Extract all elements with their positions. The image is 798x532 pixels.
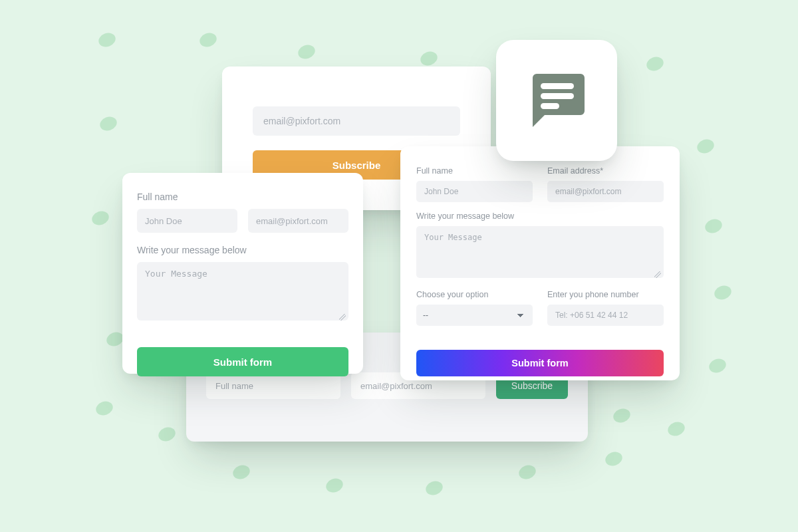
message-textarea[interactable] bbox=[416, 226, 664, 278]
contact-form-left: Full name Write your message below Submi… bbox=[122, 173, 363, 374]
message-label: Write your message below bbox=[137, 245, 348, 255]
svg-rect-1 bbox=[541, 93, 574, 99]
message-label: Write your message below bbox=[416, 211, 664, 221]
email-input[interactable] bbox=[253, 106, 460, 136]
message-textarea[interactable] bbox=[137, 262, 348, 321]
svg-rect-2 bbox=[541, 103, 559, 109]
chat-icon-tile bbox=[496, 40, 617, 161]
phone-label: Enter you phone number bbox=[547, 290, 664, 299]
fullname-input[interactable] bbox=[206, 372, 340, 399]
option-select[interactable]: -- bbox=[416, 305, 533, 326]
option-label: Choose your option bbox=[416, 290, 533, 299]
svg-rect-0 bbox=[541, 83, 574, 89]
fullname-label: Full name bbox=[137, 192, 348, 202]
fullname-input[interactable] bbox=[137, 209, 237, 233]
contact-form-right: Full name Email address* Write your mess… bbox=[400, 146, 680, 380]
phone-input[interactable] bbox=[547, 305, 664, 326]
fullname-label: Full name bbox=[416, 166, 533, 176]
email-input[interactable] bbox=[547, 181, 664, 202]
chat-icon bbox=[523, 66, 590, 135]
fullname-input[interactable] bbox=[416, 181, 533, 202]
submit-button[interactable]: Submit form bbox=[137, 347, 348, 376]
submit-button[interactable]: Submit form bbox=[416, 350, 664, 376]
email-label: Email address* bbox=[547, 166, 664, 176]
email-input[interactable] bbox=[248, 209, 348, 233]
